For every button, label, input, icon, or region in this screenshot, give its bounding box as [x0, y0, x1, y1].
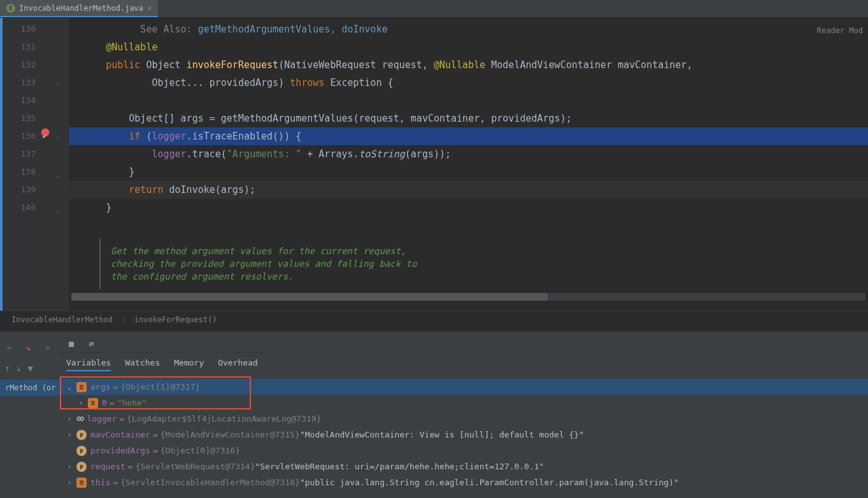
parameter-icon: p — [76, 462, 87, 472]
tab-overhead[interactable]: Overhead — [218, 358, 258, 371]
chevron-right-icon[interactable]: › — [65, 459, 74, 474]
array-icon — [76, 382, 87, 392]
fold-icon[interactable]: ⌃ — [56, 131, 60, 148]
chevron-right-icon[interactable]: › — [65, 411, 74, 427]
parameter-icon: p — [76, 446, 87, 456]
line-number: 133 — [11, 74, 36, 92]
breakpoint-gutter[interactable] — [39, 18, 52, 311]
frame-nav-controls: ↑ ↓ ▼ — [0, 361, 57, 376]
variables-tree: ⌄ args = {Object[1]@7317} › 0 = "hehe" ›… — [57, 376, 868, 497]
debug-toolbar: ▦ ⇄ — [57, 332, 868, 353]
fold-end-icon[interactable]: ⌄ — [56, 166, 60, 184]
breadcrumb-method[interactable]: invokeForRequest() — [134, 315, 217, 324]
breadcrumb[interactable]: InvocableHandlerMethod › invokeForReques… — [0, 311, 868, 328]
code-line-current: return doInvoke(args); — [69, 181, 868, 199]
variable-row[interactable]: › oo logger = {LogAdapter$Slf4jLocationA… — [57, 411, 868, 427]
horizontal-scrollbar[interactable] — [71, 293, 865, 301]
stack-frame-selected[interactable]: rMethod (or — [0, 380, 57, 396]
variable-row[interactable]: › p providedArgs = {Object[0]@7316} — [57, 443, 868, 459]
chevron-right-icon: › — [121, 315, 125, 324]
code-line: } — [69, 163, 868, 181]
variable-row[interactable]: › 0 = "hehe" — [57, 395, 868, 411]
chevron-down-icon[interactable]: ⌄ — [65, 379, 74, 395]
javadoc-inline: Get the method argument values for the c… — [99, 238, 481, 289]
step-into-icon[interactable]: ↘ — [23, 342, 33, 352]
left-margin — [3, 18, 11, 311]
tab-memory[interactable]: Memory — [174, 358, 204, 371]
fold-gutter: ⌃ ⌃ ⌄ ⌄ — [52, 18, 69, 311]
line-number: 134 — [11, 92, 36, 110]
line-number: 140 — [11, 199, 36, 217]
code-line — [69, 92, 868, 110]
code-line: public Object invokeForRequest(NativeWeb… — [69, 56, 868, 74]
line-number: 138 — [11, 163, 36, 181]
line-number: 135 — [11, 110, 36, 127]
fold-end-icon[interactable]: ⌄ — [56, 202, 60, 220]
object-icon: oo — [76, 411, 83, 427]
line-number-gutter: 130 131 132 133 134 135 136 137 138 139 … — [11, 18, 39, 311]
variable-row[interactable]: › p mavContainer = {ModelAndViewContaine… — [57, 427, 868, 443]
parameter-icon: p — [76, 430, 87, 440]
frame-next-icon[interactable]: ↓ — [17, 364, 22, 373]
code-line: Object[] args = getMethodArgumentValues(… — [69, 110, 868, 127]
frames-area: ↑ ↓ ▼ rMethod (or — [0, 359, 57, 396]
debug-variables-pane: ▦ ⇄ Variables Watches Memory Overhead ⌄ … — [57, 332, 868, 498]
debug-step-toolbar: ↷ ↘ ↗ — [0, 339, 57, 359]
code-editor: 130 131 132 133 134 135 136 137 138 139 … — [0, 18, 868, 311]
chevron-right-icon[interactable]: › — [76, 395, 85, 411]
java-class-icon: C — [6, 4, 15, 13]
code-line — [69, 217, 868, 234]
step-out-icon[interactable]: ↗ — [42, 342, 52, 352]
code-line: } — [69, 199, 868, 217]
frame-prev-icon[interactable]: ↑ — [5, 364, 10, 373]
tab-variables[interactable]: Variables — [66, 358, 111, 371]
layout-icon[interactable]: ▦ — [66, 338, 76, 348]
code-line: See Also: getMethodArgumentValues, doInv… — [69, 20, 868, 38]
close-icon[interactable]: × — [147, 4, 152, 13]
fold-icon[interactable]: ⌃ — [56, 77, 60, 95]
object-icon — [76, 478, 87, 488]
debug-frames-column: ↷ ↘ ↗ ↑ ↓ ▼ rMethod (or — [0, 332, 57, 498]
variable-row[interactable]: › p request = {ServletWebRequest@7314} "… — [57, 459, 868, 474]
line-number: 132 — [11, 56, 36, 74]
tab-watches[interactable]: Watches — [125, 358, 160, 371]
code-line: @Nullable — [69, 38, 868, 56]
code-area[interactable]: Reader Mod See Also: getMethodArgumentVa… — [69, 18, 868, 311]
line-number: 136 — [11, 127, 36, 145]
chevron-right-icon[interactable]: › — [65, 427, 74, 443]
filter-icon[interactable]: ▼ — [28, 364, 33, 373]
array-index-icon — [88, 398, 98, 408]
step-over-icon[interactable]: ↷ — [4, 342, 14, 352]
editor-tab-bar: C InvocableHandlerMethod.java × — [0, 0, 868, 18]
line-number: 139 — [11, 181, 36, 199]
code-line: logger.trace("Arguments: " + Arrays.toSt… — [69, 145, 868, 163]
breakpoint-icon[interactable] — [41, 128, 50, 137]
variable-row[interactable]: ⌄ args = {Object[1]@7317} — [57, 379, 868, 395]
debug-tabs: Variables Watches Memory Overhead — [57, 353, 868, 376]
chevron-right-icon[interactable]: › — [65, 474, 74, 490]
debug-panel: ↷ ↘ ↗ ↑ ↓ ▼ rMethod (or ▦ ⇄ Variables Wa… — [0, 331, 868, 498]
line-number: 137 — [11, 145, 36, 163]
reader-mode-label[interactable]: Reader Mod — [817, 22, 863, 39]
tab-filename: InvocableHandlerMethod.java — [19, 4, 143, 13]
line-number: 130 — [11, 20, 36, 38]
editor-tab-active[interactable]: C InvocableHandlerMethod.java × — [0, 0, 158, 17]
settings-icon[interactable]: ⇄ — [87, 338, 97, 348]
line-number: 131 — [11, 38, 36, 56]
breadcrumb-class[interactable]: InvocableHandlerMethod — [11, 315, 113, 324]
variable-row[interactable]: › this = {ServletInvocableHandlerMethod@… — [57, 474, 868, 490]
code-line: Object... providedArgs) throws Exception… — [69, 74, 868, 92]
code-line-breakpoint: if (logger.isTraceEnabled()) { — [69, 127, 868, 145]
